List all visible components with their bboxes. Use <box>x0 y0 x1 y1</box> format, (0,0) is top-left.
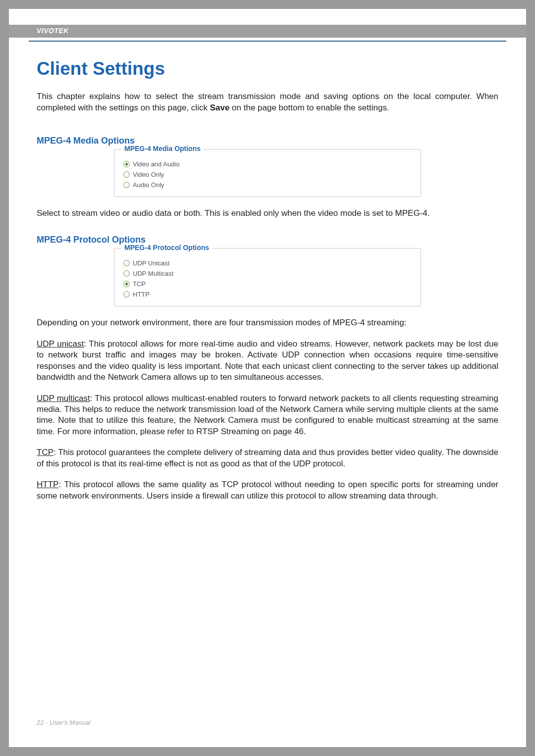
option-label: HTTP <box>133 291 150 298</box>
header-band: VIVOTEK <box>9 25 526 38</box>
option-label: TCP <box>133 280 146 288</box>
protocol-options-fieldset: MPEG-4 Protocol Options UDP Unicast UDP … <box>114 248 421 306</box>
paragraph-tcp: TCP: This protocol guarantees the comple… <box>37 447 498 469</box>
proto-name-udp-unicast: UDP unicast <box>37 339 84 349</box>
paragraph-udp-unicast: UDP unicast: This protocol allows for mo… <box>37 339 498 383</box>
radio-icon <box>123 260 130 266</box>
media-options-fieldset: MPEG-4 Media Options Video and Audio Vid… <box>114 149 421 197</box>
section-heading-media: MPEG-4 Media Options <box>37 136 498 146</box>
intro-part2: on the page bottom to enable the setting… <box>229 103 389 112</box>
section-heading-protocol: MPEG-4 Protocol Options <box>37 235 498 245</box>
radio-icon <box>123 270 130 277</box>
paragraph-udp-multicast: UDP multicast: This protocol allows mult… <box>37 393 498 438</box>
option-label: UDP Multicast <box>133 270 173 277</box>
proto-text-udp-multicast: : This protocol allows multicast-enabled… <box>37 394 498 436</box>
media-options-group: MPEG-4 Media Options Video and Audio Vid… <box>114 149 421 197</box>
proto-name-tcp: TCP <box>37 448 54 457</box>
protocol-intro: Depending on your network environment, t… <box>37 317 498 328</box>
proto-text-tcp: : This protocol guarantees the complete … <box>37 448 498 468</box>
content: Client Settings This chapter explains ho… <box>9 42 526 502</box>
option-http[interactable]: HTTP <box>123 291 412 298</box>
option-video-and-audio[interactable]: Video and Audio <box>123 160 412 168</box>
option-label: Video and Audio <box>133 160 179 168</box>
radio-icon <box>123 171 130 178</box>
option-video-only[interactable]: Video Only <box>123 171 412 178</box>
footer-label: User's Manual <box>50 719 91 726</box>
option-label: Audio Only <box>133 181 164 189</box>
radio-icon <box>123 161 130 167</box>
option-label: Video Only <box>133 171 164 178</box>
option-udp-multicast[interactable]: UDP Multicast <box>123 270 412 277</box>
page: VIVOTEK Client Settings This chapter exp… <box>9 9 526 747</box>
protocol-options-legend: MPEG-4 Protocol Options <box>121 244 212 252</box>
option-label: UDP Unicast <box>133 259 169 267</box>
radio-icon <box>123 291 130 298</box>
paragraph-http: HTTP: This protocol allows the same qual… <box>37 479 498 502</box>
option-udp-unicast[interactable]: UDP Unicast <box>123 259 412 267</box>
radio-icon <box>123 182 130 188</box>
brand-text: VIVOTEK <box>37 27 69 35</box>
footer-sep: - <box>44 719 50 726</box>
media-options-desc: Select to stream video or audio data or … <box>37 208 498 219</box>
footer-page-number: 22 <box>37 719 44 726</box>
footer: 22 - User's Manual <box>37 719 91 726</box>
protocol-options-group: MPEG-4 Protocol Options UDP Unicast UDP … <box>114 248 421 306</box>
proto-text-udp-unicast: : This protocol allows for more real-tim… <box>37 339 498 382</box>
radio-icon <box>123 281 130 287</box>
option-audio-only[interactable]: Audio Only <box>123 181 412 189</box>
intro-save-word: Save <box>210 103 230 112</box>
intro-paragraph: This chapter explains how to select the … <box>37 91 498 114</box>
media-options-legend: MPEG-4 Media Options <box>121 145 204 152</box>
proto-text-http: : This protocol allows the same quality … <box>37 480 498 500</box>
proto-name-http: HTTP <box>37 480 58 489</box>
page-title: Client Settings <box>37 58 498 79</box>
option-tcp[interactable]: TCP <box>123 280 412 288</box>
proto-name-udp-multicast: UDP multicast <box>37 394 90 403</box>
